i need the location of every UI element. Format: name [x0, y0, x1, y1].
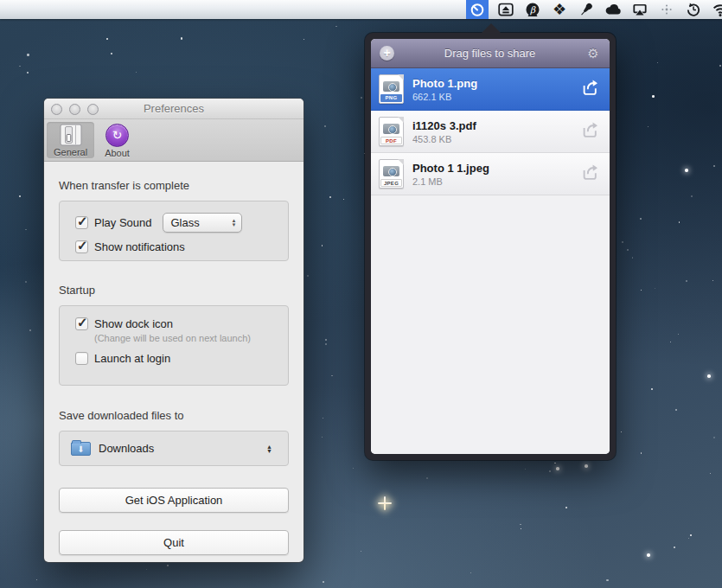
star: [353, 468, 354, 469]
play-sound-label: Play Sound: [94, 216, 152, 229]
startup-section-label: Startup: [59, 284, 289, 297]
wifi-icon[interactable]: [711, 0, 722, 19]
star: [655, 288, 655, 289]
svg-text:β: β: [530, 4, 536, 16]
star: [307, 275, 308, 276]
file-meta: Photo 1 1.jpeg 2.1 MB: [412, 161, 580, 188]
show-notifications-checkbox[interactable]: ✓: [75, 240, 88, 253]
launch-at-login-checkbox[interactable]: [75, 352, 88, 365]
star: [652, 95, 654, 97]
traffic-lights: [51, 99, 99, 119]
dropbox-icon[interactable]: ❖: [550, 0, 569, 19]
save-folder-select[interactable]: Downloads ▲▼: [59, 431, 289, 466]
file-meta: i1120s 3.pdf 453.8 KB: [412, 118, 580, 145]
popover-title: Drag files to share: [394, 47, 585, 60]
time-machine-icon[interactable]: [684, 0, 703, 19]
star: [679, 221, 680, 223]
star: [674, 546, 675, 548]
get-ios-app-button[interactable]: Get iOS Application: [59, 488, 289, 513]
star: [606, 579, 609, 582]
file-row[interactable]: PDF i1120s 3.pdf 453.8 KB: [371, 111, 610, 153]
file-size: 453.8 KB: [412, 133, 580, 145]
title-bar[interactable]: Preferences: [44, 99, 303, 119]
star: [675, 409, 677, 411]
pdf-file-icon: PDF: [379, 117, 404, 146]
cloud-icon[interactable]: [604, 0, 623, 19]
star: [713, 437, 715, 438]
share-icon[interactable]: [580, 120, 599, 143]
drop-zone[interactable]: [371, 195, 610, 454]
star: [343, 199, 344, 200]
star: [622, 241, 623, 243]
sound-select[interactable]: Glass ▲▼: [163, 213, 242, 233]
star: [525, 469, 526, 470]
jpeg-file-icon: JPEG: [379, 159, 404, 189]
star: [688, 538, 689, 539]
beta-app-icon[interactable]: β: [523, 0, 542, 19]
close-button[interactable]: [51, 104, 62, 115]
star: [686, 280, 688, 283]
settings-gear-icon[interactable]: ⚙: [585, 46, 601, 61]
minimize-button[interactable]: [69, 104, 80, 115]
star: [146, 569, 147, 570]
star: [691, 195, 693, 197]
star: [325, 343, 327, 345]
menu-bar-tray: β ❖: [466, 0, 722, 19]
star: [29, 329, 31, 331]
star: [322, 437, 323, 438]
star: [521, 528, 521, 529]
star: [27, 54, 29, 56]
star: [621, 431, 622, 432]
file-list: PNG Photo 1.png 662.1 KB PDF: [371, 68, 610, 195]
popover-inner: + Drag files to share ⚙ PNG Photo 1.png …: [371, 39, 610, 454]
star: [690, 534, 692, 536]
star: [331, 375, 333, 377]
show-dock-icon-checkbox[interactable]: ✓: [75, 317, 88, 330]
file-size: 2.1 MB: [412, 176, 580, 188]
star: [685, 169, 688, 172]
quit-button[interactable]: Quit: [59, 530, 289, 555]
file-name: i1120s 3.pdf: [412, 118, 580, 133]
transfer-section-label: When transfer is complete: [59, 179, 289, 192]
share-icon[interactable]: [580, 78, 599, 100]
star: [556, 467, 559, 470]
star: [136, 72, 137, 73]
star: [303, 39, 304, 40]
tab-general[interactable]: General: [47, 122, 94, 158]
star: [670, 342, 672, 343]
star: [520, 524, 521, 525]
share-popover: + Drag files to share ⚙ PNG Photo 1.png …: [365, 33, 616, 460]
add-file-button[interactable]: +: [380, 46, 394, 61]
zoom-button[interactable]: [87, 104, 99, 115]
star: [426, 477, 428, 479]
pushpin-icon[interactable]: [577, 0, 596, 19]
file-name: Photo 1.png: [412, 76, 580, 91]
star: [25, 281, 27, 283]
star: [25, 229, 27, 231]
star: [627, 249, 629, 251]
star: [719, 65, 721, 67]
play-sound-checkbox[interactable]: ✓: [75, 216, 88, 229]
file-row[interactable]: JPEG Photo 1 1.jpeg 2.1 MB: [371, 153, 610, 195]
star: [648, 126, 649, 127]
eject-box-icon[interactable]: [496, 0, 515, 19]
popover-arrow: [482, 23, 501, 33]
app-transfer-icon[interactable]: [466, 0, 489, 19]
star: [678, 334, 679, 335]
stepper-arrows-icon: ▲▼: [266, 444, 277, 453]
star: [19, 195, 21, 197]
star: [549, 470, 551, 472]
png-file-icon: PNG: [379, 74, 404, 104]
star: [323, 581, 324, 583]
file-name: Photo 1 1.jpeg: [412, 161, 580, 176]
tab-general-label: General: [54, 147, 87, 157]
star: [707, 374, 711, 378]
share-icon[interactable]: [580, 163, 599, 185]
file-row[interactable]: PNG Photo 1.png 662.1 KB: [371, 68, 610, 111]
tab-about[interactable]: ↻ About: [98, 122, 137, 159]
star: [324, 125, 326, 127]
airplay-icon[interactable]: [630, 0, 649, 19]
star: [640, 218, 642, 220]
bluetooth-dots-icon[interactable]: [657, 0, 676, 19]
preferences-window: Preferences General ↻ About When transfe…: [44, 99, 303, 562]
